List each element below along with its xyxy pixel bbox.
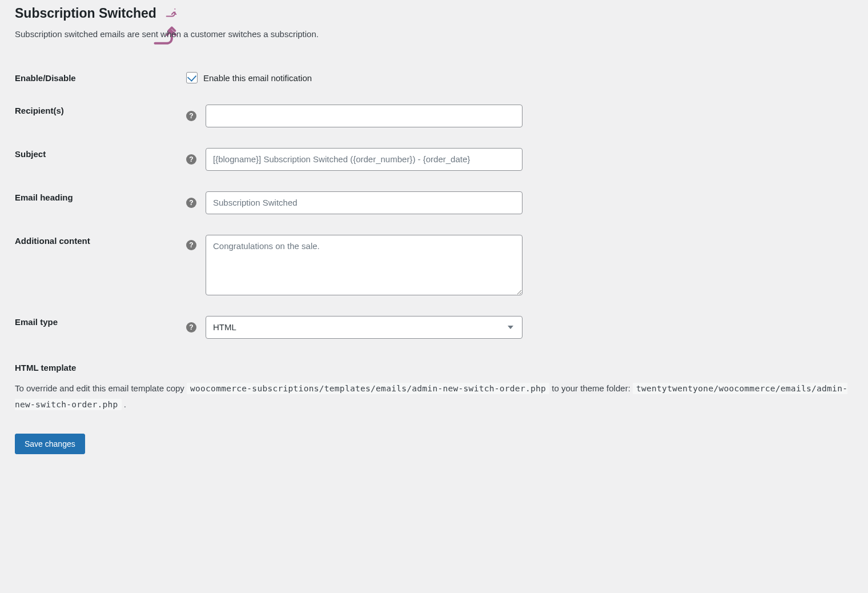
email-heading-input[interactable] [206, 191, 523, 214]
template-description: To override and edit this email template… [15, 380, 853, 413]
enable-checkbox-row[interactable]: Enable this email notification [186, 72, 847, 83]
additional-content-textarea[interactable] [206, 235, 523, 295]
email-type-select[interactable]: HTML [206, 316, 523, 339]
save-button[interactable]: Save changes [15, 434, 85, 454]
help-icon[interactable] [186, 198, 196, 208]
help-icon[interactable] [186, 240, 196, 250]
email-type-label: Email type [15, 306, 180, 349]
subject-input[interactable] [206, 148, 523, 171]
page-title-text: Subscription Switched [15, 6, 156, 21]
enable-checkbox-label: Enable this email notification [203, 73, 312, 83]
template-source-path: woocommerce-subscriptions/templates/emai… [187, 383, 549, 394]
recipients-label: Recipient(s) [15, 94, 180, 138]
help-icon[interactable] [186, 322, 196, 332]
additional-content-label: Additional content [15, 225, 180, 306]
email-heading-label: Email heading [15, 181, 180, 225]
page-title: Subscription Switched [15, 6, 853, 21]
enable-label: Enable/Disable [15, 62, 180, 94]
help-icon[interactable] [186, 154, 196, 165]
subject-label: Subject [15, 138, 180, 181]
enable-checkbox[interactable] [186, 72, 198, 83]
return-icon[interactable] [164, 7, 177, 20]
template-heading: HTML template [15, 363, 853, 372]
recipients-input[interactable] [206, 105, 523, 127]
page-description: Subscription switched emails are sent wh… [15, 28, 853, 41]
help-icon[interactable] [186, 111, 196, 121]
